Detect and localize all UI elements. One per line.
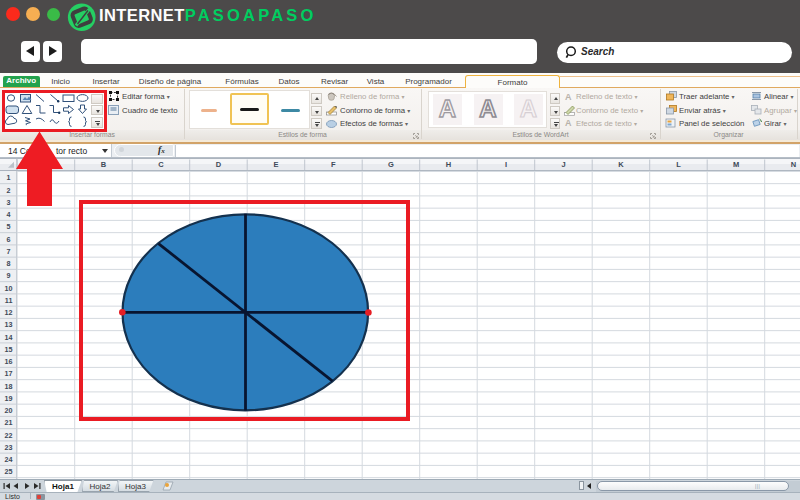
svg-text:L: L <box>676 160 681 169</box>
svg-text:3: 3 <box>7 198 11 207</box>
svg-text:6: 6 <box>7 235 11 244</box>
svg-text:14: 14 <box>5 333 13 342</box>
svg-text:5: 5 <box>7 222 11 231</box>
svg-text:21: 21 <box>5 418 13 427</box>
svg-text:24: 24 <box>5 455 13 464</box>
svg-text:17: 17 <box>5 369 13 378</box>
svg-text:8: 8 <box>7 259 11 268</box>
svg-text:K: K <box>618 160 624 169</box>
svg-text:1: 1 <box>7 173 11 182</box>
svg-text:15: 15 <box>5 345 13 354</box>
svg-text:16: 16 <box>5 357 13 366</box>
svg-text:F: F <box>331 160 336 169</box>
svg-text:22: 22 <box>5 431 13 440</box>
svg-text:18: 18 <box>5 382 13 391</box>
svg-text:11: 11 <box>5 296 13 305</box>
svg-text:12: 12 <box>5 308 13 317</box>
svg-text:M: M <box>733 160 739 169</box>
svg-text:10: 10 <box>5 284 13 293</box>
svg-text:2: 2 <box>7 186 11 195</box>
svg-text:20: 20 <box>5 406 13 415</box>
svg-text:7: 7 <box>7 247 11 256</box>
svg-text:B: B <box>101 160 107 169</box>
svg-text:I: I <box>505 160 507 169</box>
svg-text:C: C <box>158 160 164 169</box>
svg-text:G: G <box>388 160 394 169</box>
svg-text:N: N <box>791 160 796 169</box>
svg-text:E: E <box>273 160 278 169</box>
svg-text:4: 4 <box>7 210 11 219</box>
svg-text:H: H <box>446 160 451 169</box>
svg-text:19: 19 <box>5 394 13 403</box>
svg-text:23: 23 <box>5 443 13 452</box>
svg-text:J: J <box>561 160 565 169</box>
svg-text:13: 13 <box>5 320 13 329</box>
svg-text:D: D <box>216 160 222 169</box>
svg-text:25: 25 <box>5 467 13 476</box>
svg-text:9: 9 <box>7 271 11 280</box>
